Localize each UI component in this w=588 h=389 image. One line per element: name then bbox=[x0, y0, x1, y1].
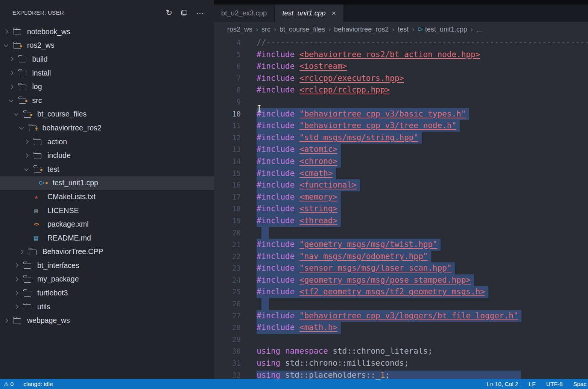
tree-item-ros2_ws[interactable]: ros2_ws bbox=[0, 39, 214, 53]
tree-item-package.xml[interactable]: <>package.xml bbox=[0, 217, 214, 231]
tree-item-action[interactable]: action bbox=[0, 135, 214, 149]
code-token: "sensor_msgs/msg/laser_scan.hpp" bbox=[299, 263, 452, 272]
close-icon[interactable]: × bbox=[332, 9, 336, 18]
code-line[interactable]: 24#include <geometry_msgs/msg/pose_stamp… bbox=[214, 274, 588, 286]
tree-item-label: BehaviorTree.CPP bbox=[43, 247, 103, 256]
refresh-explorer-icon[interactable]: ↻ bbox=[166, 9, 172, 17]
tree-item-install[interactable]: install bbox=[0, 66, 214, 80]
tree-item-README.md[interactable]: ▤README.md bbox=[0, 231, 214, 245]
tree-item-CMakeLists.txt[interactable]: ▲CMakeLists.txt bbox=[0, 190, 214, 204]
modified-dot bbox=[30, 114, 33, 117]
tree-item-notebook_ws[interactable]: notebook_ws bbox=[0, 25, 214, 39]
status-problems[interactable]: ⚠0 bbox=[4, 381, 14, 387]
breadcrumb-item-test[interactable]: test bbox=[398, 26, 409, 33]
code-line[interactable]: 4//-------------------------------------… bbox=[214, 37, 588, 49]
code-line-content: #include <tf2_geometry_msgs/tf2_geometry… bbox=[257, 286, 488, 298]
more-actions-icon[interactable]: ··· bbox=[196, 9, 204, 17]
code-line[interactable]: 10#include "behaviortree_cpp_v3/basic_ty… bbox=[214, 108, 588, 120]
folder-glyph bbox=[14, 318, 21, 324]
code-line-content: using namespace std::chrono_literals; bbox=[257, 345, 433, 357]
tree-item-webpage_ws[interactable]: webpage_ws bbox=[0, 313, 214, 327]
code-line[interactable]: 25#include <tf2_geometry_msgs/tf2_geomet… bbox=[214, 286, 588, 298]
code-line[interactable]: 18#include <string> bbox=[214, 203, 588, 215]
tree-item-LICENSE[interactable]: ▤LICENSE bbox=[0, 204, 214, 218]
line-number: 4 bbox=[214, 37, 241, 49]
tree-item-label: test_unit1.cpp bbox=[53, 179, 98, 187]
folder-icon bbox=[19, 70, 32, 76]
code-line[interactable]: 12#include "std_msgs/msg/string.hpp" bbox=[214, 132, 588, 144]
folder-icon bbox=[24, 262, 37, 269]
code-line[interactable]: 6#include <iostream> bbox=[214, 61, 588, 73]
code-line[interactable]: 17#include <memory> bbox=[214, 191, 588, 203]
code-token: <behaviortree_ros2/bt_action_node.hpp> bbox=[299, 50, 480, 59]
tree-item-test[interactable]: test bbox=[0, 162, 214, 176]
code-line[interactable]: 31using std::chrono::milliseconds; bbox=[214, 357, 588, 369]
tree-item-behaviortree_ros2[interactable]: behaviortree_ros2 bbox=[0, 121, 214, 135]
folder-glyph bbox=[34, 139, 41, 145]
tree-item-utils[interactable]: utils bbox=[0, 300, 214, 314]
breadcrumb-item-src[interactable]: src bbox=[261, 26, 270, 33]
code-line[interactable]: 14#include <chrono> bbox=[214, 156, 588, 168]
code-line[interactable]: 8#include <rclcpp/rclcpp.hpp> bbox=[214, 84, 588, 96]
tree-item-build[interactable]: build bbox=[0, 52, 214, 66]
code-line[interactable]: 16#include <functional> bbox=[214, 179, 588, 191]
file-glyph: ▤ bbox=[34, 235, 38, 241]
code-line[interactable]: 21#include "geometry_msgs/msg/twist.hpp" bbox=[214, 239, 588, 251]
status-cursor-position[interactable]: Ln 10, Col 2 bbox=[487, 381, 518, 387]
breadcrumb-item-behaviortree_ros2[interactable]: behaviortree_ros2 bbox=[334, 26, 389, 33]
code-line[interactable]: 32using std::placeholders::_1; bbox=[214, 369, 588, 381]
tree-item-label: behaviortree_ros2 bbox=[43, 124, 102, 132]
code-line[interactable]: 29 bbox=[214, 334, 588, 346]
code-line[interactable]: 22#include "nav_msgs/msg/odometry.hpp" bbox=[214, 251, 588, 263]
tree-item-label: action bbox=[47, 138, 67, 146]
tree-item-log[interactable]: log bbox=[0, 80, 214, 94]
status-clangd-status[interactable]: clangd: idle bbox=[23, 381, 53, 387]
code-line[interactable]: 20 bbox=[214, 227, 588, 239]
tree-item-bt_interfaces[interactable]: bt_interfaces bbox=[0, 259, 214, 272]
code-line[interactable]: 9 bbox=[214, 96, 588, 108]
code-token: #include bbox=[257, 62, 295, 71]
breadcrumb-item-ros2_ws[interactable]: ros2_ws bbox=[227, 26, 252, 33]
status-label: Ln 10, Col 2 bbox=[487, 381, 518, 387]
breadcrumb-label: bt_course_files bbox=[280, 26, 325, 33]
code-line[interactable]: 11#include "behaviortree_cpp_v3/tree_nod… bbox=[214, 120, 588, 132]
status-encoding[interactable]: UTF-8 bbox=[546, 381, 563, 387]
code-area[interactable]: 4//-------------------------------------… bbox=[214, 37, 588, 381]
tab-test_unit1.cpp[interactable]: test_unit1.cpp× bbox=[275, 5, 344, 22]
chevron-glyph bbox=[9, 85, 13, 89]
chevron-right-icon bbox=[18, 250, 29, 253]
open-editors-icon[interactable] bbox=[181, 9, 187, 17]
breadcrumb-item-bt_course_files[interactable]: bt_course_files bbox=[280, 26, 325, 33]
code-line[interactable]: 19#include <thread> bbox=[214, 215, 588, 227]
code-line-content: #include <thread> bbox=[257, 215, 341, 227]
breadcrumb-item-...[interactable]: ... bbox=[476, 26, 482, 33]
code-line[interactable]: 13#include <atomic> bbox=[214, 144, 588, 156]
code-line[interactable]: 15#include <cmath> bbox=[214, 168, 588, 180]
tab-bt_u2_ex3.cpp[interactable]: bt_u2_ex3.cpp bbox=[214, 5, 275, 22]
code-token bbox=[295, 192, 299, 201]
chevron-glyph bbox=[19, 125, 23, 129]
tree-item-label: log bbox=[32, 82, 42, 91]
status-indentation[interactable]: Spac bbox=[573, 381, 586, 387]
code-line[interactable]: 28#include <math.h> bbox=[214, 322, 588, 334]
folder-icon bbox=[34, 152, 47, 159]
code-line[interactable]: 5#include <behaviortree_ros2/bt_action_n… bbox=[214, 49, 588, 61]
tree-item-src[interactable]: src bbox=[0, 94, 214, 107]
code-line[interactable]: 7#include <rclcpp/executors.hpp> bbox=[214, 73, 588, 85]
chevron-right-icon: › bbox=[392, 26, 394, 33]
tree-item-test_unit1.cpp[interactable]: C+test_unit1.cpp bbox=[0, 176, 214, 190]
tree-item-bt_course_files[interactable]: bt_course_files bbox=[0, 107, 214, 121]
code-token: #include bbox=[257, 180, 295, 189]
code-line[interactable]: 23#include "sensor_msgs/msg/laser_scan.h… bbox=[214, 262, 588, 274]
code-line[interactable]: 30using namespace std::chrono_literals; bbox=[214, 345, 588, 357]
tree-item-include[interactable]: include bbox=[0, 148, 214, 162]
tree-item-turtlebot3[interactable]: turtlebot3 bbox=[0, 286, 214, 300]
code-line[interactable]: 26 bbox=[214, 298, 588, 310]
tree-item-my_package[interactable]: my_package bbox=[0, 272, 214, 286]
breadcrumb-item-test_unit1.cpp[interactable]: C+test_unit1.cpp bbox=[418, 26, 467, 33]
code-token bbox=[295, 287, 299, 296]
tree-item-BehaviorTree.CPP[interactable]: BehaviorTree.CPP bbox=[0, 245, 214, 259]
code-line[interactable]: 27#include "behaviortree_cpp_v3/loggers/… bbox=[214, 310, 588, 322]
chevron-down-icon bbox=[8, 100, 19, 101]
status-eol-sequence[interactable]: LF bbox=[529, 381, 536, 387]
